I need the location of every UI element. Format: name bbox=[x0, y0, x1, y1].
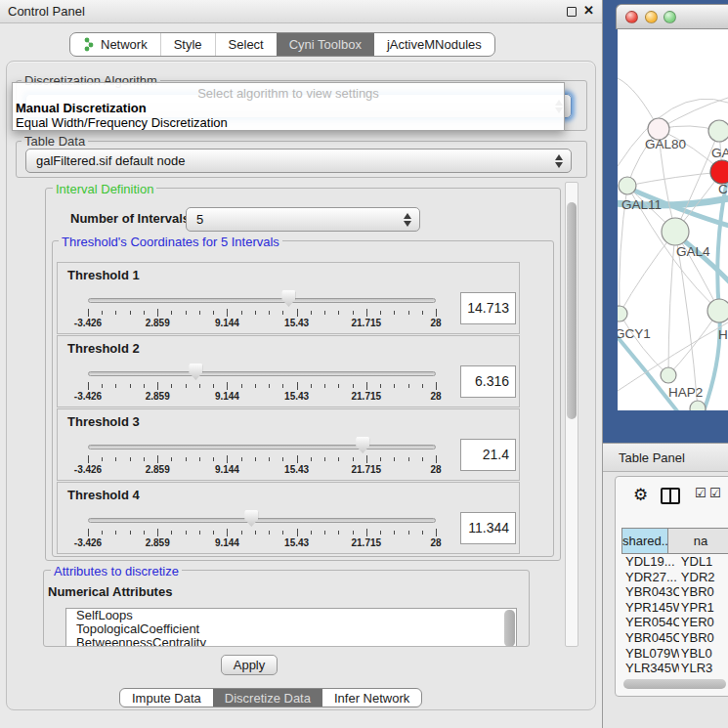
cell[interactable]: YLR3 bbox=[679, 661, 728, 676]
close-icon[interactable]: ✕ bbox=[583, 3, 594, 18]
slider-thumb[interactable] bbox=[356, 437, 369, 453]
threshold-3-slider[interactable]: -3.426 2.859 9.144 15.43 21.715 28 bbox=[88, 437, 436, 480]
number-of-intervals-combobox[interactable]: 5 bbox=[186, 207, 420, 232]
tick-label: 15.43 bbox=[284, 318, 309, 328]
column-header-shared-name[interactable]: shared... bbox=[621, 529, 667, 553]
slider-tick-labels: -3.426 2.859 9.144 15.43 21.715 28 bbox=[88, 318, 436, 329]
table-horizontal-scrollbar[interactable] bbox=[623, 679, 726, 689]
tick-label: 15.43 bbox=[284, 537, 309, 548]
slider-thumb[interactable] bbox=[281, 290, 295, 307]
threshold-4-value[interactable]: 11.344 bbox=[460, 512, 516, 544]
checkbox-icon[interactable]: ☑ bbox=[709, 486, 721, 500]
tab-style[interactable]: Style bbox=[160, 33, 215, 56]
cell[interactable]: YIL053C bbox=[621, 676, 679, 678]
algorithm-dropdown-popup: Select algorithm to view settings Manual… bbox=[12, 82, 565, 131]
table-row[interactable]: YER054CYER0 bbox=[621, 615, 728, 630]
node-selected-red[interactable] bbox=[710, 160, 728, 184]
scrollbar-thumb[interactable] bbox=[623, 679, 726, 689]
popup-item-equal-width-frequency[interactable]: Equal Width/Frequency Discretization bbox=[16, 115, 228, 130]
float-window-icon[interactable] bbox=[567, 7, 577, 17]
slider-tick-labels: -3.426 2.859 9.144 15.43 21.715 28 bbox=[88, 537, 436, 549]
cell[interactable]: YER0 bbox=[679, 615, 728, 630]
cell[interactable]: YBR0 bbox=[679, 630, 728, 646]
gear-icon[interactable]: ⚙ bbox=[633, 485, 648, 505]
list-item[interactable]: TopologicalCoefficient bbox=[66, 622, 516, 636]
table-row[interactable]: YBR045CYBR0 bbox=[621, 630, 728, 646]
slider-ticks bbox=[88, 529, 436, 536]
threshold-4-slider[interactable]: -3.426 2.859 9.144 15.43 21.715 28 bbox=[88, 510, 436, 553]
cell[interactable]: YDR27... bbox=[621, 570, 679, 585]
tab-discretize-data[interactable]: Discretize Data bbox=[213, 689, 322, 707]
table-row[interactable]: YBR043CYBR0 bbox=[621, 584, 728, 600]
algorithm-placeholder: Select algorithm to view settings bbox=[13, 86, 564, 101]
threshold-1-slider[interactable]: -3.426 2.859 9.144 15.43 21.715 28 bbox=[88, 290, 436, 333]
cell[interactable]: YBL079W bbox=[621, 646, 679, 662]
list-item[interactable]: SelfLoops bbox=[66, 609, 516, 622]
table-panel-title: Table Panel bbox=[619, 450, 685, 465]
threshold-1-label: Threshold 1 bbox=[67, 268, 140, 282]
cell[interactable]: YPR145W bbox=[621, 600, 679, 616]
node-top-right[interactable] bbox=[708, 120, 728, 142]
table-row[interactable]: YDL19...YDL1 bbox=[621, 554, 728, 570]
network-view-canvas[interactable]: GAL80 GA C GAL11 GAL4 GCY1 H HAP2 bbox=[618, 29, 728, 410]
table-row[interactable]: YIL053CYIL0 bbox=[621, 676, 728, 678]
table-row[interactable]: YPR145WYPR1 bbox=[621, 600, 728, 616]
table-data-combobox[interactable]: galFiltered.sif default node bbox=[25, 149, 572, 173]
threshold-1-value[interactable]: 14.713 bbox=[460, 292, 516, 324]
cell[interactable]: YPR1 bbox=[679, 600, 728, 616]
node-gal4[interactable] bbox=[662, 218, 689, 245]
table-row[interactable]: YBL079WYBL0 bbox=[621, 646, 728, 662]
threshold-2-slider[interactable]: -3.426 2.859 9.144 15.43 21.715 28 bbox=[88, 364, 436, 407]
cell[interactable]: YBR0 bbox=[679, 584, 728, 600]
cell[interactable]: YER054C bbox=[621, 615, 679, 630]
table-row[interactable]: YDR27...YDR2 bbox=[621, 570, 728, 585]
node-h[interactable] bbox=[707, 299, 728, 322]
threshold-3-value[interactable]: 21.4 bbox=[460, 439, 516, 471]
tab-cyni-toolbox[interactable]: Cyni Toolbox bbox=[277, 33, 374, 56]
slider-track[interactable] bbox=[88, 445, 436, 450]
tab-select[interactable]: Select bbox=[215, 33, 277, 56]
node-gal11[interactable] bbox=[619, 177, 636, 194]
threshold-2-value[interactable]: 6.316 bbox=[460, 365, 516, 398]
list-scrollbar[interactable] bbox=[504, 610, 515, 647]
zoom-traffic-light[interactable] bbox=[664, 11, 676, 23]
cell[interactable]: YBR045C bbox=[621, 630, 679, 646]
cell[interactable]: YDR2 bbox=[679, 570, 728, 585]
tab-network[interactable]: Network bbox=[70, 33, 160, 56]
popup-item-manual-discretization[interactable]: Manual Discretization bbox=[16, 101, 147, 115]
tab-impute-data[interactable]: Impute Data bbox=[120, 689, 213, 707]
close-traffic-light[interactable] bbox=[625, 11, 638, 23]
column-layout-icon[interactable] bbox=[661, 488, 680, 504]
node-gcy1[interactable] bbox=[618, 306, 627, 321]
slider-track[interactable] bbox=[88, 518, 436, 523]
tab-jactivemnodules[interactable]: jActiveMNodules bbox=[374, 33, 494, 56]
cell[interactable]: YLR345W bbox=[621, 661, 679, 676]
panel-scrollbar[interactable] bbox=[565, 182, 578, 647]
scrollbar-thumb[interactable] bbox=[567, 202, 577, 419]
cell[interactable]: YDL19... bbox=[621, 554, 679, 570]
table-data-value: galFiltered.sif default node bbox=[36, 153, 185, 168]
node-hap2[interactable] bbox=[661, 367, 676, 383]
numerical-attributes-list[interactable]: SelfLoops TopologicalCoefficient Between… bbox=[65, 608, 517, 647]
slider-thumb[interactable] bbox=[189, 364, 202, 380]
slider-track[interactable] bbox=[88, 371, 436, 376]
node-attribute-table[interactable]: shared... na YDL19...YDL1 YDR27...YDR2 Y… bbox=[621, 528, 728, 678]
cell[interactable]: YBR043C bbox=[621, 584, 679, 600]
control-panel-title: Control Panel bbox=[8, 4, 85, 19]
list-item[interactable]: BetweennessCentrality bbox=[66, 636, 516, 647]
threshold-1-panel: Threshold 1 -3.426 2.859 9.144 15.43 21.… bbox=[57, 262, 520, 334]
minimize-traffic-light[interactable] bbox=[645, 11, 658, 23]
apply-button[interactable]: Apply bbox=[221, 655, 278, 675]
table-row[interactable]: YLR345WYLR3 bbox=[621, 661, 728, 676]
tab-infer-network[interactable]: Infer Network bbox=[322, 689, 421, 707]
slider-track[interactable] bbox=[88, 298, 436, 303]
slider-thumb[interactable] bbox=[244, 510, 258, 527]
cell[interactable]: YBL0 bbox=[679, 646, 728, 662]
network-window-titlebar[interactable] bbox=[616, 4, 728, 29]
checkbox-icon[interactable]: ☑ bbox=[695, 486, 707, 500]
cell[interactable]: YIL0 bbox=[679, 676, 728, 678]
cell[interactable]: YDL1 bbox=[679, 554, 728, 570]
tick-label: 28 bbox=[430, 391, 441, 402]
node-bottom[interactable] bbox=[690, 401, 706, 410]
column-header-name[interactable]: na bbox=[667, 529, 728, 553]
